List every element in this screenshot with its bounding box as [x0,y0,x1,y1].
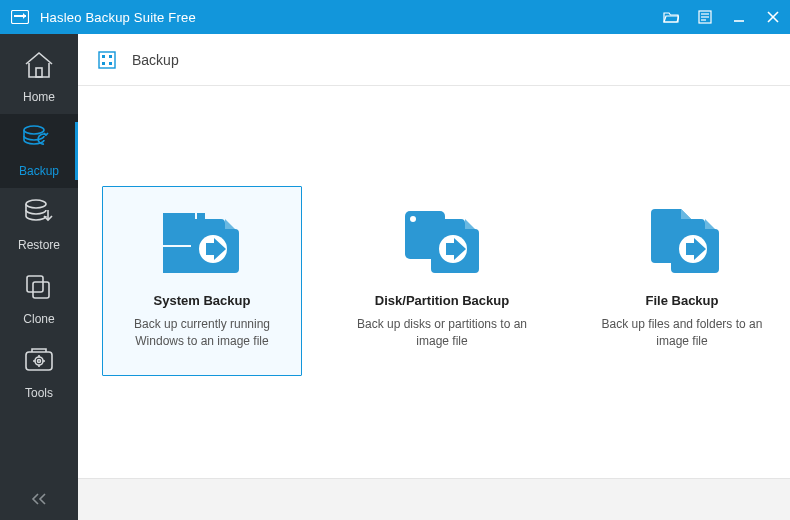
card-desc: Back up disks or partitions to an image … [355,316,529,350]
close-button[interactable] [756,0,790,34]
backup-icon [22,124,56,158]
card-title: System Backup [154,293,251,308]
card-title: File Backup [646,293,719,308]
log-button[interactable] [688,0,722,34]
page-header: Backup [78,34,790,86]
svg-rect-22 [102,55,105,58]
sidebar-collapse-button[interactable] [0,482,78,520]
file-backup-icon [637,203,727,283]
svg-rect-25 [109,62,112,65]
sidebar-item-label: Backup [19,164,59,178]
card-desc: Back up currently running Windows to an … [115,316,289,350]
open-folder-button[interactable] [654,0,688,34]
sidebar-item-clone[interactable]: Clone [0,262,78,336]
page-title: Backup [132,52,179,68]
sidebar-item-label: Home [23,90,55,104]
restore-icon [22,198,56,232]
card-system-backup[interactable]: System Backup Back up currently running … [102,186,302,376]
sidebar-item-label: Restore [18,238,60,252]
app-title: Hasleo Backup Suite Free [40,10,196,25]
svg-rect-23 [109,55,112,58]
grid-icon [96,49,118,71]
svg-rect-21 [99,52,115,68]
svg-point-15 [35,357,43,365]
card-title: Disk/Partition Backup [375,293,509,308]
svg-rect-13 [33,282,49,298]
card-disk-partition-backup[interactable]: Disk/Partition Backup Back up disks or p… [342,186,542,376]
clone-icon [22,272,56,306]
svg-rect-9 [36,68,42,77]
page-content: System Backup Back up currently running … [78,86,790,478]
sidebar-item-backup[interactable]: Backup [0,114,78,188]
minimize-button[interactable] [722,0,756,34]
sidebar: Home Backup Restore Clone [0,34,78,520]
chevron-double-left-icon [30,492,48,510]
app-logo-icon [10,7,30,27]
svg-rect-27 [163,247,195,273]
card-file-backup[interactable]: File Backup Back up files and folders to… [582,186,782,376]
sidebar-item-label: Tools [25,386,53,400]
sidebar-item-restore[interactable]: Restore [0,188,78,262]
svg-point-10 [24,126,44,134]
title-bar: Hasleo Backup Suite Free [0,0,790,34]
svg-rect-14 [26,352,52,370]
tools-icon [22,346,56,380]
svg-rect-12 [27,276,43,292]
svg-point-16 [38,360,41,363]
footer-strip [78,478,790,520]
svg-rect-26 [163,213,195,245]
svg-rect-24 [102,62,105,65]
svg-point-31 [410,216,416,222]
sidebar-item-home[interactable]: Home [0,40,78,114]
disk-backup-icon [397,203,487,283]
main-panel: Backup [78,34,790,520]
card-desc: Back up files and folders to an image fi… [595,316,769,350]
system-backup-icon [157,203,247,283]
sidebar-item-label: Clone [23,312,54,326]
home-icon [22,50,56,84]
svg-point-11 [26,200,46,208]
sidebar-item-tools[interactable]: Tools [0,336,78,410]
app-window: Hasleo Backup Suite Free Home [0,0,790,520]
